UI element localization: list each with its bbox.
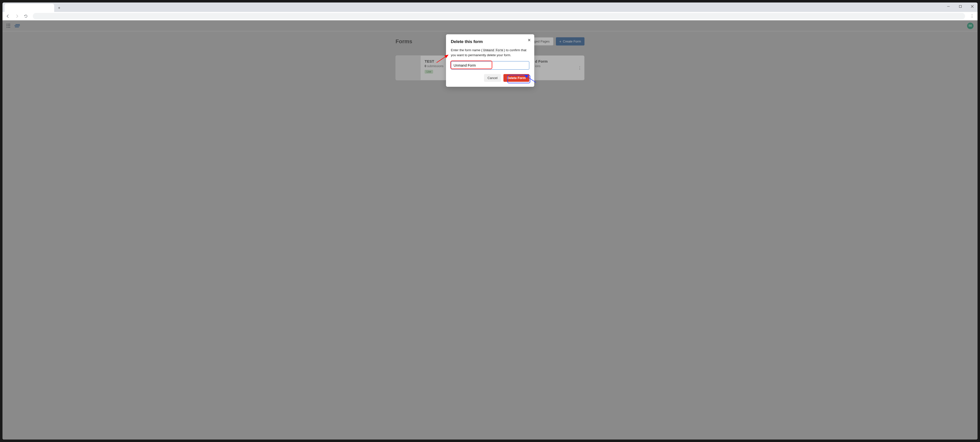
modal-description: Enter the form name (Unmand Form) to con… — [451, 48, 529, 58]
new-tab-button[interactable]: + — [56, 5, 63, 11]
address-bar[interactable] — [33, 13, 965, 19]
cancel-button[interactable]: Cancel — [484, 74, 501, 82]
forward-button[interactable] — [13, 13, 21, 20]
vertical-dots-icon: ⋮ — [970, 14, 974, 18]
window-controls — [945, 3, 976, 10]
confirm-name-input[interactable] — [451, 61, 529, 70]
close-icon — [971, 5, 974, 8]
modal-close-button[interactable]: ✕ — [528, 38, 531, 43]
modal-title: Delete this form — [451, 39, 529, 44]
tab-strip: + — [3, 3, 977, 12]
minimize-button[interactable] — [945, 3, 952, 10]
maximize-button[interactable] — [957, 3, 964, 10]
device-frame: + — [0, 0, 980, 442]
minimize-icon — [947, 5, 950, 8]
arrow-left-icon — [6, 14, 10, 18]
modal-form-name-code: Unmand Form — [482, 48, 504, 52]
browser-tab[interactable] — [5, 4, 54, 12]
maximize-icon — [959, 5, 962, 8]
arrow-right-icon — [15, 14, 19, 18]
modal-text-prefix: Enter the form name ( — [451, 48, 482, 52]
delete-form-modal: ✕ Delete this form Enter the form name (… — [446, 34, 534, 87]
back-button[interactable] — [5, 13, 11, 20]
reload-icon — [24, 14, 28, 18]
close-icon: ✕ — [528, 38, 531, 42]
delete-form-confirm-button[interactable]: Delete Form — [503, 74, 529, 82]
browser-window: + — [3, 3, 977, 439]
plus-icon: + — [58, 6, 60, 10]
app-area: BB Forms Managed Pages + Create Form — [3, 21, 977, 439]
close-button[interactable] — [969, 3, 976, 10]
browser-menu-button[interactable]: ⋮ — [969, 13, 975, 20]
browser-toolbar: ⋮ — [3, 12, 977, 21]
modal-overlay[interactable]: ✕ Delete this form Enter the form name (… — [3, 21, 977, 439]
reload-button[interactable] — [22, 13, 29, 20]
svg-rect-1 — [959, 5, 962, 8]
modal-actions: Cancel Delete Form — [451, 74, 529, 82]
